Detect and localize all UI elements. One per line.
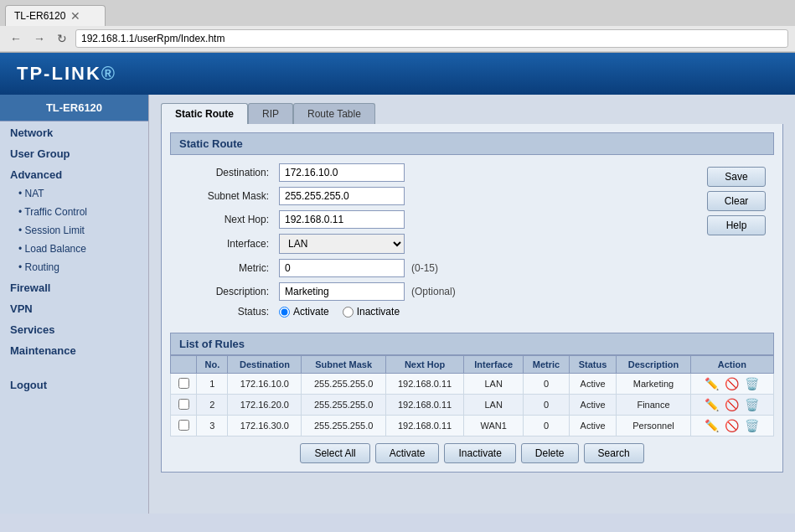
refresh-button[interactable]: ↻ (54, 30, 70, 47)
interface-select[interactable]: LAN WAN1 WAN2 (279, 234, 405, 254)
col-subnet-mask: Subnet Mask (302, 356, 386, 374)
col-next-hop: Next Hop (385, 356, 463, 374)
row-destination-1: 172.16.10.0 (228, 374, 302, 395)
tab-bar: TL-ER6120 ✕ (0, 0, 795, 26)
row-description-1: Marketing (617, 374, 691, 395)
status-inactivate-label[interactable]: Inactivate (343, 306, 400, 318)
activate-button[interactable]: Activate (375, 443, 440, 463)
table-row: 2 172.16.20.0 255.255.255.0 192.168.0.11… (171, 395, 774, 416)
metric-input[interactable] (279, 259, 405, 277)
select-all-button[interactable]: Select All (300, 443, 369, 463)
sidebar-item-services[interactable]: Services (0, 318, 148, 339)
row-checkbox-2[interactable] (171, 395, 197, 416)
browser-tab[interactable]: TL-ER6120 ✕ (5, 5, 106, 26)
row-description-3: Personnel (617, 416, 691, 436)
row-no-3: 3 (197, 416, 228, 436)
content-area: Static Route RIP Route Table Static Rout… (149, 95, 795, 514)
status-inactivate-text: Inactivate (357, 306, 400, 318)
search-button[interactable]: Search (584, 443, 644, 463)
form-row-description: Description: (Optional) (170, 282, 699, 301)
form-row-interface: Interface: LAN WAN1 WAN2 (170, 234, 699, 254)
row-subnet-mask-2: 255.255.255.0 (302, 395, 386, 416)
sidebar-item-vpn[interactable]: VPN (0, 297, 148, 318)
tab-title: TL-ER6120 (14, 10, 65, 22)
row-interface-1: LAN (464, 374, 524, 395)
bottom-buttons: Select All Activate Inactivate Delete Se… (170, 443, 774, 463)
sidebar-item-maintenance[interactable]: Maintenance (0, 339, 148, 360)
subnet-mask-input[interactable] (279, 187, 405, 205)
sidebar-item-traffic-control[interactable]: • Traffic Control (0, 203, 148, 221)
clear-button[interactable]: Clear (707, 191, 766, 211)
disable-button-3[interactable]: 🚫 (723, 418, 741, 433)
col-action: Action (690, 356, 773, 374)
row-next-hop-1: 192.168.0.11 (385, 374, 463, 395)
description-input[interactable] (279, 282, 405, 301)
row-check-3[interactable] (178, 420, 189, 431)
sidebar-device-title: TL-ER6120 (0, 95, 148, 121)
col-status: Status (569, 356, 616, 374)
sidebar-item-logout[interactable]: Logout (0, 374, 148, 395)
sidebar-item-routing[interactable]: • Routing (0, 258, 148, 276)
tab-close-button[interactable]: ✕ (70, 9, 80, 23)
row-no-1: 1 (197, 374, 228, 395)
sidebar-item-session-limit[interactable]: • Session Limit (0, 221, 148, 240)
save-button[interactable]: Save (707, 167, 766, 187)
trash-button-1[interactable]: 🗑️ (743, 376, 761, 391)
inactivate-button[interactable]: Inactivate (444, 443, 515, 463)
edit-button-1[interactable]: ✏️ (703, 376, 720, 391)
description-label: Description: (170, 286, 279, 297)
row-checkbox-1[interactable] (171, 374, 197, 395)
main-layout: TL-ER6120 Network User Group Advanced • … (0, 95, 795, 514)
sidebar-item-user-group[interactable]: User Group (0, 142, 148, 163)
next-hop-label: Next Hop: (170, 214, 279, 225)
disable-button-1[interactable]: 🚫 (723, 376, 741, 391)
destination-input[interactable] (279, 163, 405, 182)
sidebar-item-nat[interactable]: • NAT (0, 184, 148, 203)
tp-link-logo: TP-LINK® (17, 63, 778, 85)
status-radio-group: Activate Inactivate (279, 306, 400, 318)
tab-route-table[interactable]: Route Table (293, 103, 375, 124)
metric-label: Metric: (170, 262, 279, 274)
form-row-subnet-mask: Subnet Mask: (170, 187, 699, 205)
sidebar-item-load-balance[interactable]: • Load Balance (0, 240, 148, 258)
row-checkbox-3[interactable] (171, 416, 197, 436)
row-next-hop-3: 192.168.0.11 (385, 416, 463, 436)
logo-registered: ® (101, 63, 116, 84)
row-subnet-mask-3: 255.255.255.0 (302, 416, 386, 436)
row-check-2[interactable] (178, 399, 189, 410)
rules-table: No. Destination Subnet Mask Next Hop Int… (170, 355, 774, 436)
col-interface: Interface (464, 356, 524, 374)
help-button[interactable]: Help (707, 215, 766, 235)
edit-button-3[interactable]: ✏️ (703, 418, 720, 433)
next-hop-input[interactable] (279, 210, 405, 229)
sidebar-item-network[interactable]: Network (0, 121, 148, 142)
destination-label: Destination: (170, 167, 279, 178)
trash-button-2[interactable]: 🗑️ (743, 397, 761, 412)
url-input[interactable] (75, 29, 788, 48)
form-action-buttons: Save Clear Help (699, 163, 774, 235)
form-row-status: Status: Activate Inactivate (170, 306, 699, 318)
tab-rip[interactable]: RIP (248, 103, 293, 124)
status-inactivate-radio[interactable] (343, 307, 354, 318)
row-description-2: Finance (617, 395, 691, 416)
delete-button[interactable]: Delete (521, 443, 579, 463)
interface-label: Interface: (170, 238, 279, 250)
sidebar-item-advanced[interactable]: Advanced (0, 163, 148, 184)
row-metric-3: 0 (524, 416, 570, 436)
status-activate-label[interactable]: Activate (279, 306, 329, 318)
status-activate-radio[interactable] (279, 307, 290, 318)
section-title-static-route: Static Route (170, 132, 774, 155)
forward-button[interactable]: → (30, 30, 49, 47)
address-bar: ← → ↻ (0, 26, 795, 52)
table-row: 1 172.16.10.0 255.255.255.0 192.168.0.11… (171, 374, 774, 395)
row-action-3: ✏️ 🚫 🗑️ (690, 416, 773, 436)
trash-button-3[interactable]: 🗑️ (743, 418, 761, 433)
tab-static-route[interactable]: Static Route (161, 103, 248, 124)
row-metric-2: 0 (524, 395, 570, 416)
disable-button-2[interactable]: 🚫 (723, 397, 741, 412)
edit-button-2[interactable]: ✏️ (703, 397, 720, 412)
sidebar-item-firewall[interactable]: Firewall (0, 276, 148, 297)
row-check-1[interactable] (178, 378, 189, 389)
status-activate-text: Activate (293, 306, 329, 318)
back-button[interactable]: ← (7, 30, 25, 47)
